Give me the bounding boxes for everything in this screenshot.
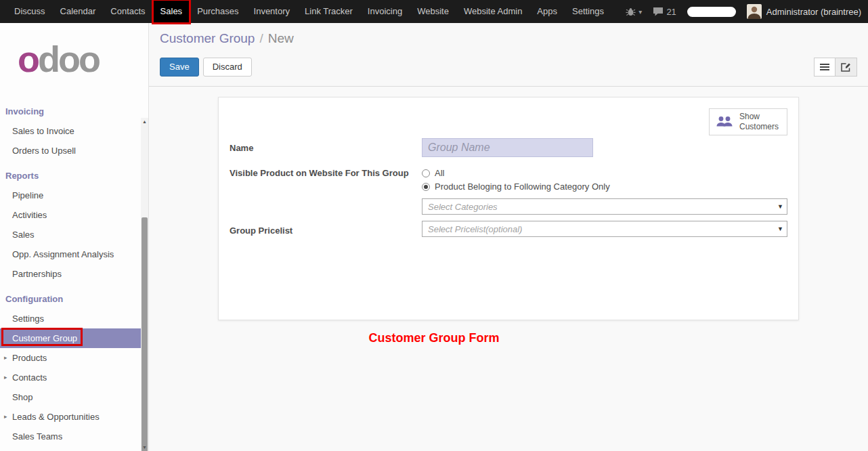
debug-menu-button[interactable]: ▾	[626, 7, 642, 16]
radio-all-label: All	[435, 168, 444, 178]
sidebar: odoo Invoicing Sales to Invoice Orders t…	[0, 23, 149, 451]
nav-item-settings[interactable]: Settings	[565, 0, 611, 23]
nav-item-website-admin[interactable]: Website Admin	[456, 0, 529, 23]
form-view-icon	[841, 62, 851, 72]
visible-product-field-label: Visible Product on Website For This Grou…	[230, 163, 422, 215]
toolbar-buttons: Save Discard	[160, 58, 857, 77]
field-row-pricelist: Group Pricelist Select Pricelist(optiona…	[230, 221, 787, 237]
sidebar-item-products[interactable]: ▸ Products	[0, 348, 142, 368]
chevron-right-icon: ▸	[4, 374, 7, 381]
customers-group-icon	[715, 115, 734, 129]
show-customers-button[interactable]: Show Customers	[709, 108, 787, 135]
name-field-label: Name	[230, 138, 422, 157]
sidebar-heading-reports: Reports	[0, 166, 142, 186]
pricelist-select-placeholder: Select Pricelist(optional)	[428, 224, 522, 234]
breadcrumb-current: New	[268, 31, 294, 45]
select-caret-down-icon: ▼	[777, 226, 783, 232]
sidebar-item-orders-to-upsell[interactable]: Orders to Upsell	[0, 141, 142, 160]
sidebar-section-invoicing: Invoicing Sales to Invoice Orders to Ups…	[0, 102, 142, 160]
nav-item-discuss[interactable]: Discuss	[7, 0, 53, 23]
sidebar-item-sales[interactable]: Sales	[0, 225, 142, 244]
top-navbar: Discuss Calendar Contacts Sales Purchase…	[0, 0, 868, 23]
scroll-up-icon[interactable]: ▲	[141, 118, 148, 125]
nav-item-inventory[interactable]: Inventory	[246, 0, 297, 23]
categories-select-placeholder: Select Categories	[428, 202, 498, 212]
form-view-area: Show Customers Name Visible Product on W…	[149, 97, 868, 320]
logo-rest: doo	[38, 39, 99, 79]
sidebar-item-pipeline[interactable]: Pipeline	[0, 186, 142, 205]
field-row-name: Name	[230, 138, 787, 157]
sidebar-heading-invoicing: Invoicing	[0, 102, 142, 121]
sidebar-item-contacts-label: Contacts	[12, 372, 47, 383]
nav-item-contacts[interactable]: Contacts	[103, 0, 152, 23]
sidebar-item-products-label: Products	[12, 353, 47, 363]
control-panel: Customer Group/New Save Discard	[149, 23, 868, 87]
sidebar-item-leads-opportunities-label: Leads & Opportunities	[12, 412, 100, 422]
sidebar-item-partnerships[interactable]: Partnerships	[0, 264, 142, 284]
form-view-button[interactable]	[836, 58, 857, 77]
sidebar-section-reports: Reports Pipeline Activities Sales Opp. A…	[0, 166, 142, 284]
show-customers-label: Show Customers	[739, 112, 781, 132]
sidebar-item-opp-assignment-analysis[interactable]: Opp. Assignment Analysis	[0, 244, 142, 264]
radio-checked-icon[interactable]	[422, 183, 430, 191]
radio-option-all[interactable]: All	[422, 168, 787, 178]
radio-unchecked-icon[interactable]	[422, 169, 430, 177]
planner-progress-pill[interactable]	[687, 7, 736, 17]
sidebar-item-sales-to-invoice[interactable]: Sales to Invoice	[0, 121, 142, 141]
form-fields: Name Visible Product on Website For This…	[230, 138, 787, 237]
chevron-right-icon: ▸	[4, 354, 7, 361]
sidebar-item-delivery[interactable]: ▸ Delivery	[0, 446, 142, 451]
nav-item-invoicing[interactable]: Invoicing	[360, 0, 410, 23]
visible-product-radio-group: All Product Beloging to Following Catego…	[422, 163, 787, 192]
field-row-visible-product: Visible Product on Website For This Grou…	[230, 163, 787, 215]
sidebar-item-customer-group-label: Customer Group	[12, 333, 77, 343]
view-switcher	[814, 58, 857, 77]
sidebar-menu: Invoicing Sales to Invoice Orders to Ups…	[0, 95, 142, 451]
nav-item-link-tracker[interactable]: Link Tracker	[297, 0, 360, 23]
breadcrumb: Customer Group/New	[160, 31, 857, 46]
breadcrumb-parent-link[interactable]: Customer Group	[160, 31, 255, 45]
customer-group-form-sheet: Show Customers Name Visible Product on W…	[218, 97, 799, 320]
sidebar-item-settings[interactable]: Settings	[0, 309, 142, 328]
nav-item-calendar[interactable]: Calendar	[53, 0, 104, 23]
chevron-right-icon: ▸	[4, 413, 7, 420]
categories-select[interactable]: Select Categories ▼	[422, 198, 787, 215]
sidebar-scrollbar[interactable]: ▲ ▼	[141, 118, 148, 451]
pricelist-select[interactable]: Select Pricelist(optional) ▼	[422, 221, 787, 237]
nav-item-purchases[interactable]: Purchases	[190, 0, 246, 23]
odoo-logo: odoo	[0, 23, 148, 95]
list-view-button[interactable]	[814, 58, 836, 77]
user-name: Administrator (braintree)	[766, 7, 861, 17]
user-menu-button[interactable]: Administrator (braintree)	[747, 4, 861, 19]
avatar	[747, 4, 762, 19]
group-name-input[interactable]	[422, 138, 593, 157]
nav-item-website[interactable]: Website	[410, 0, 456, 23]
nav-item-sales[interactable]: Sales	[153, 0, 190, 23]
sidebar-item-shop[interactable]: Shop	[0, 387, 142, 407]
systray: ▾ 21 Administrator (braintree)	[626, 0, 868, 23]
save-button[interactable]: Save	[160, 58, 199, 77]
breadcrumb-separator: /	[259, 31, 263, 45]
caret-down-icon: ▾	[638, 8, 642, 16]
chat-icon	[653, 7, 664, 16]
pricelist-field-label: Group Pricelist	[230, 221, 422, 237]
radio-option-category[interactable]: Product Beloging to Following Category O…	[422, 181, 787, 192]
select-caret-down-icon: ▼	[777, 203, 783, 210]
sidebar-item-sales-teams[interactable]: Sales Teams	[0, 427, 142, 446]
sidebar-item-contacts[interactable]: ▸ Contacts	[0, 368, 142, 387]
sidebar-heading-configuration: Configuration	[0, 289, 142, 309]
messages-menu-button[interactable]: 21	[653, 7, 676, 17]
odoo-app-window: Discuss Calendar Contacts Sales Purchase…	[0, 0, 868, 451]
scroll-down-icon[interactable]: ▼	[141, 444, 148, 451]
messages-count-badge: 21	[666, 7, 676, 17]
logo-accent-letter: o	[18, 39, 38, 79]
radio-category-label: Product Beloging to Following Category O…	[435, 181, 610, 192]
bug-icon	[626, 7, 636, 16]
sidebar-item-activities[interactable]: Activities	[0, 205, 142, 225]
nav-item-apps[interactable]: Apps	[529, 0, 565, 23]
sidebar-item-customer-group[interactable]: Customer Group	[0, 328, 142, 348]
scrollbar-thumb[interactable]	[142, 217, 148, 451]
main-content: Customer Group/New Save Discard	[149, 23, 868, 451]
sidebar-item-leads-opportunities[interactable]: ▸ Leads & Opportunities	[0, 407, 142, 427]
discard-button[interactable]: Discard	[203, 58, 252, 77]
